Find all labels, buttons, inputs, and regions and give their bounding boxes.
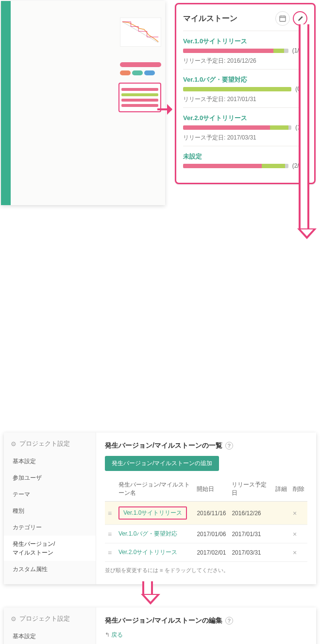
sidebar-item[interactable]: 基本設定: [4, 453, 96, 470]
milestone-due: リリース予定日: 2017/01/31: [183, 95, 307, 104]
col-delete: 削除: [290, 477, 307, 502]
sidebar-item[interactable]: 参加ユーザ: [4, 470, 96, 486]
sidebar-item[interactable]: 種別: [4, 503, 96, 519]
drag-handle-icon[interactable]: ≡: [108, 530, 112, 538]
row-release: 2017/03/31: [229, 543, 272, 562]
edit-icon[interactable]: [293, 11, 307, 26]
row-release: 2017/01/31: [229, 525, 272, 543]
milestone-thumb-highlight: [118, 83, 161, 112]
row-name-link[interactable]: Ver.2.0サイトリリース: [118, 549, 177, 556]
milestone-name: Ver.2.0サイトリリース: [183, 114, 247, 122]
table-row: ≡ Ver.1.0バグ・要望対応 2017/01/06 2017/01/31 ×: [105, 525, 307, 543]
milestone-name: 未設定: [183, 152, 202, 161]
edit-title: 発生バージョン/マイルストーンの編集 ?: [105, 616, 307, 625]
progress-bar: [183, 87, 291, 91]
sort-note: 並び順を変更するには ≡ をドラッグしてください。: [105, 567, 307, 574]
sidebar-item[interactable]: 発生バージョン/ マイルストーン: [4, 536, 96, 561]
sidebar-item[interactable]: テーマ: [4, 486, 96, 503]
help-icon[interactable]: ?: [225, 617, 233, 625]
arrow-down-icon: [141, 581, 154, 605]
progress-bar: [183, 164, 288, 168]
add-milestone-button[interactable]: 発生バージョン/マイルストーンの追加: [105, 456, 219, 471]
row-name-link[interactable]: Ver.1.0サイトリリース: [118, 506, 187, 520]
calendar-icon[interactable]: [275, 11, 290, 26]
row-release: 2016/12/26: [229, 502, 272, 525]
milestone-table: 発生バージョン/マイルストーン名 開始日 リリース予定日 詳細 削除 ≡ Ver…: [105, 477, 307, 562]
milestone-card: マイルストーン Ver.1.0サイトリリース (1/25) リリース予定日: 2…: [175, 3, 316, 184]
col-release: リリース予定日: [229, 477, 272, 502]
milestone-card-title: マイルストーン: [183, 14, 237, 24]
milestone-name: Ver.1.0バグ・要望対応: [183, 75, 247, 84]
progress-bar: [183, 49, 288, 53]
row-start: 2017/02/01: [194, 543, 229, 562]
col-start: 開始日: [194, 477, 229, 502]
drag-handle-icon[interactable]: ≡: [108, 549, 112, 557]
delete-icon[interactable]: ×: [293, 509, 297, 517]
milestone-item[interactable]: Ver.1.0サイトリリース (1/25) リリース予定日: 2016/12/2…: [183, 31, 307, 69]
gear-icon: ⚙: [11, 440, 17, 448]
row-start: 2016/11/16: [194, 502, 229, 525]
sidebar-item[interactable]: 基本設定: [4, 628, 96, 644]
arrow-down-icon: [297, 24, 311, 239]
list-title: 発生バージョン/マイルストーンの一覧 ?: [105, 441, 307, 450]
table-row: ≡ Ver.1.0サイトリリース 2016/11/16 2016/12/26 ×: [105, 502, 307, 525]
milestone-due: リリース予定日: 2017/03/31: [183, 134, 307, 142]
svg-rect-0: [280, 16, 286, 21]
milestone-due: リリース予定日: 2016/12/26: [183, 57, 307, 65]
sidebar-item[interactable]: カテゴリー: [4, 519, 96, 536]
delete-icon[interactable]: ×: [293, 530, 297, 538]
dashboard-thumbnail: [1, 1, 165, 205]
settings-sidebar: ⚙ プロジェクト設定 基本設定参加ユーザテーマ種別カテゴリー発生バージョン/ マ…: [4, 433, 96, 584]
milestone-edit-panel: ⚙ プロジェクト設定 基本設定参加ユーザテーマ種別カテゴリー発生バージョン/ マ…: [4, 608, 316, 644]
milestone-item[interactable]: Ver.1.0バグ・要望対応 (0/0) リリース予定日: 2017/01/31: [183, 69, 307, 107]
milestone-name: Ver.1.0サイトリリース: [183, 37, 247, 46]
progress-bar: [183, 125, 291, 130]
back-link[interactable]: 戻る: [111, 631, 123, 638]
burndown-thumb: [120, 17, 161, 47]
settings-sidebar-title: ⚙ プロジェクト設定: [4, 614, 96, 628]
row-start: 2017/01/06: [194, 525, 229, 543]
drag-handle-icon[interactable]: ≡: [108, 509, 112, 517]
gear-icon: ⚙: [11, 615, 17, 623]
settings-sidebar-title: ⚙ プロジェクト設定: [4, 439, 96, 453]
help-icon[interactable]: ?: [225, 442, 233, 450]
milestone-item[interactable]: Ver.2.0サイトリリース (1/7) リリース予定日: 2017/03/31: [183, 107, 307, 146]
col-detail: 詳細: [272, 477, 290, 502]
settings-sidebar: ⚙ プロジェクト設定 基本設定参加ユーザテーマ種別カテゴリー発生バージョン/ マ…: [4, 608, 96, 644]
arrow-right-icon: [157, 107, 172, 112]
col-name: 発生バージョン/マイルストーン名: [116, 477, 194, 502]
milestone-item[interactable]: 未設定 (2/10): [183, 146, 307, 174]
milestone-list-panel: ⚙ プロジェクト設定 基本設定参加ユーザテーマ種別カテゴリー発生バージョン/ マ…: [4, 433, 316, 584]
sidebar-item[interactable]: カスタム属性: [4, 561, 96, 577]
status-chips: [120, 62, 161, 75]
row-name-link[interactable]: Ver.1.0バグ・要望対応: [118, 530, 177, 537]
table-row: ≡ Ver.2.0サイトリリース 2017/02/01 2017/03/31 ×: [105, 543, 307, 562]
delete-icon[interactable]: ×: [293, 549, 297, 557]
